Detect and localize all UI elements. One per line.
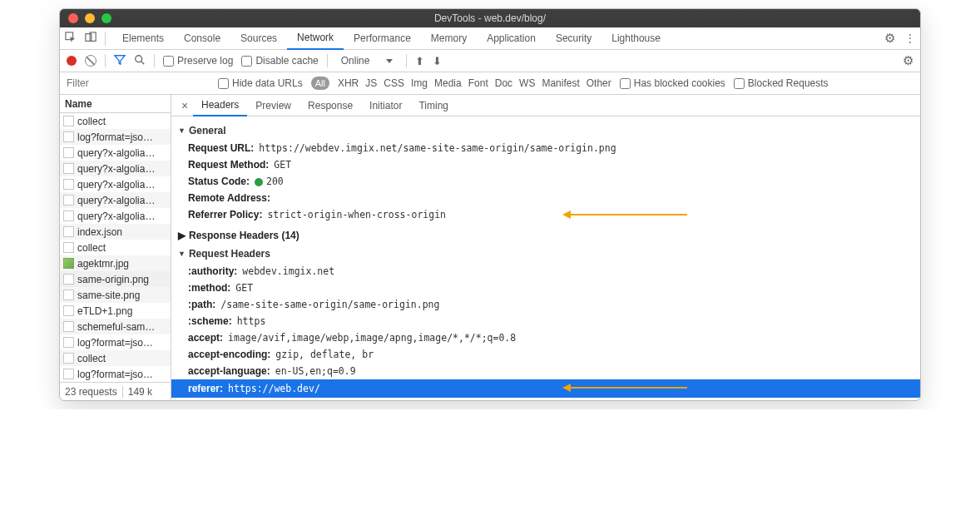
filter-type-other[interactable]: Other xyxy=(587,77,611,89)
detail-tabs: × HeadersPreviewResponseInitiatorTiming xyxy=(171,95,920,116)
titlebar: DevTools - web.dev/blog/ xyxy=(60,9,920,27)
header-row: :path:/same-site-same-origin/same-origin… xyxy=(171,296,920,313)
request-row[interactable]: schemeful-sam… xyxy=(60,319,171,334)
main-area: Name collectlog?format=jso…query?x-algol… xyxy=(60,95,920,400)
request-row[interactable]: collect xyxy=(60,350,171,366)
request-row[interactable]: same-origin.png xyxy=(60,271,171,287)
request-row[interactable]: log?format=jso… xyxy=(60,129,171,145)
blocked-requests-input[interactable] xyxy=(734,78,745,89)
blocked-requests-checkbox[interactable]: Blocked Requests xyxy=(734,77,829,89)
referer-header-row[interactable]: referer: https://web.dev/ xyxy=(171,379,920,398)
request-headers-label: Request Headers xyxy=(189,248,270,260)
filter-type-media[interactable]: Media xyxy=(434,77,462,89)
detail-tab-headers[interactable]: Headers xyxy=(193,95,247,116)
request-row[interactable]: query?x-algolia… xyxy=(60,208,171,224)
request-row[interactable]: query?x-algolia… xyxy=(60,176,171,192)
search-icon[interactable] xyxy=(134,54,146,68)
file-icon xyxy=(63,369,74,379)
main-tab-elements[interactable]: Elements xyxy=(112,27,174,50)
preserve-log-input[interactable] xyxy=(163,56,174,67)
response-headers-section[interactable]: ▶ Response Headers (14) xyxy=(171,223,920,245)
request-row[interactable]: query?x-algolia… xyxy=(60,192,171,208)
device-toggle-icon[interactable] xyxy=(85,32,97,46)
request-row[interactable]: collect xyxy=(60,240,171,255)
request-headers-section[interactable]: ▼ Request Headers xyxy=(171,245,920,263)
main-tab-performance[interactable]: Performance xyxy=(344,27,421,50)
settings-gear-icon[interactable]: ⚙ xyxy=(884,31,895,46)
request-list-footer: 23 requests 149 k xyxy=(60,382,171,400)
general-section[interactable]: ▼ General xyxy=(171,121,920,140)
header-key: accept-encoding: xyxy=(188,349,270,360)
main-tab-sources[interactable]: Sources xyxy=(230,27,287,50)
request-row[interactable]: collect xyxy=(60,113,171,129)
has-blocked-cookies-input[interactable] xyxy=(620,78,631,89)
has-blocked-cookies-checkbox[interactable]: Has blocked cookies xyxy=(620,77,725,89)
network-settings-gear-icon[interactable]: ⚙ xyxy=(903,53,913,68)
request-row[interactable]: agektmr.jpg xyxy=(60,255,171,271)
download-icon[interactable]: ⬇︎ xyxy=(433,55,442,67)
network-toolbar: Preserve log Disable cache Online ⬆︎ ⬇︎ … xyxy=(60,50,920,72)
main-tab-application[interactable]: Application xyxy=(477,27,546,50)
main-tab-network[interactable]: Network xyxy=(287,27,344,50)
main-tab-console[interactable]: Console xyxy=(174,27,230,50)
filter-bar: Hide data URLs All XHRJSCSSImgMediaFontD… xyxy=(60,72,920,95)
request-row[interactable]: index.json xyxy=(60,224,171,240)
filter-type-all[interactable]: All xyxy=(311,77,329,90)
request-name: collect xyxy=(77,116,106,127)
file-icon xyxy=(63,179,74,190)
request-name: eTLD+1.png xyxy=(77,305,132,317)
throttling-select[interactable]: Online xyxy=(336,55,398,67)
record-button-icon[interactable] xyxy=(67,56,77,66)
main-tab-memory[interactable]: Memory xyxy=(421,27,477,50)
header-value: /same-site-same-origin/same-origin.png xyxy=(220,299,439,310)
request-name: collect xyxy=(77,353,106,364)
filter-type-css[interactable]: CSS xyxy=(384,77,404,89)
filter-type-ws[interactable]: WS xyxy=(519,77,535,89)
request-row[interactable]: query?x-algolia… xyxy=(60,145,171,161)
upload-icon[interactable]: ⬆︎ xyxy=(415,55,424,67)
request-name: log?format=jso… xyxy=(77,369,153,380)
request-row[interactable]: log?format=jso… xyxy=(60,366,171,382)
hide-data-urls-input[interactable] xyxy=(218,78,229,89)
filter-input[interactable] xyxy=(60,72,210,94)
request-list-sidebar: Name collectlog?format=jso…query?x-algol… xyxy=(60,95,171,400)
detail-tab-response[interactable]: Response xyxy=(299,95,361,116)
chevron-down-icon xyxy=(386,59,393,63)
detail-tab-initiator[interactable]: Initiator xyxy=(361,95,410,116)
close-detail-icon[interactable]: × xyxy=(176,99,193,112)
filter-type-img[interactable]: Img xyxy=(411,77,428,89)
disable-cache-checkbox[interactable]: Disable cache xyxy=(241,55,318,67)
filter-type-xhr[interactable]: XHR xyxy=(338,77,359,89)
file-icon xyxy=(63,195,74,205)
header-value: strict-origin-when-cross-origin xyxy=(267,209,446,220)
hide-data-urls-label: Hide data URLs xyxy=(232,77,303,89)
main-tab-security[interactable]: Security xyxy=(546,27,601,50)
preserve-log-checkbox[interactable]: Preserve log xyxy=(163,55,233,67)
request-row[interactable]: eTLD+1.png xyxy=(60,303,171,319)
clear-icon[interactable] xyxy=(85,55,97,67)
disable-cache-input[interactable] xyxy=(241,56,252,67)
divider xyxy=(122,386,123,398)
filter-type-font[interactable]: Font xyxy=(468,77,488,89)
hide-data-urls-checkbox[interactable]: Hide data URLs xyxy=(218,77,303,89)
more-vert-icon[interactable]: ⋮ xyxy=(905,32,915,44)
file-icon xyxy=(63,353,74,364)
inspect-icon[interactable] xyxy=(65,32,77,46)
request-row[interactable]: query?x-algolia… xyxy=(60,161,171,176)
filter-type-js[interactable]: JS xyxy=(365,77,377,89)
request-list-header[interactable]: Name xyxy=(60,95,171,113)
request-name: query?x-algolia… xyxy=(77,147,155,159)
request-row[interactable]: same-site.png xyxy=(60,287,171,303)
request-row[interactable]: log?format=jso… xyxy=(60,334,171,350)
filter-type-doc[interactable]: Doc xyxy=(495,77,512,89)
detail-tab-preview[interactable]: Preview xyxy=(247,95,299,116)
header-value: https://webdev.imgix.net/same-site-same-… xyxy=(259,142,616,154)
filter-type-manifest[interactable]: Manifest xyxy=(542,77,579,89)
filter-funnel-icon[interactable] xyxy=(114,54,126,68)
svg-rect-1 xyxy=(86,33,92,41)
header-key: accept-language: xyxy=(188,365,270,377)
request-name: schemeful-sam… xyxy=(77,321,155,333)
request-name: log?format=jso… xyxy=(77,337,153,349)
detail-tab-timing[interactable]: Timing xyxy=(410,95,457,116)
main-tab-lighthouse[interactable]: Lighthouse xyxy=(601,27,671,50)
